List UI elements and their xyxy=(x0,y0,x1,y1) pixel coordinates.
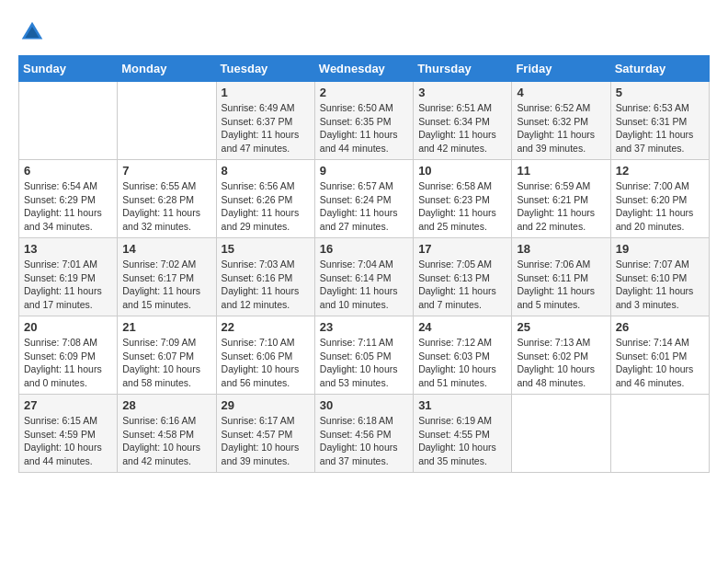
day-info: Sunrise: 7:14 AM Sunset: 6:01 PM Dayligh… xyxy=(616,336,704,390)
day-info: Sunrise: 6:59 AM Sunset: 6:21 PM Dayligh… xyxy=(517,179,605,234)
day-number: 9 xyxy=(320,164,408,178)
calendar-cell: 17Sunrise: 7:05 AM Sunset: 6:13 PM Dayli… xyxy=(414,238,512,316)
day-number: 26 xyxy=(616,320,704,334)
day-number: 6 xyxy=(24,164,112,178)
day-number: 11 xyxy=(517,164,605,178)
day-info: Sunrise: 6:17 AM Sunset: 4:57 PM Dayligh… xyxy=(222,414,310,468)
calendar-cell xyxy=(512,395,610,473)
col-monday: Monday xyxy=(118,56,216,82)
day-info: Sunrise: 6:50 AM Sunset: 6:35 PM Dayligh… xyxy=(320,101,408,155)
day-info: Sunrise: 6:53 AM Sunset: 6:31 PM Dayligh… xyxy=(616,101,704,155)
calendar-cell: 14Sunrise: 7:02 AM Sunset: 6:17 PM Dayli… xyxy=(118,238,216,316)
calendar-cell: 15Sunrise: 7:03 AM Sunset: 6:16 PM Dayli… xyxy=(216,238,314,316)
col-thursday: Thursday xyxy=(414,56,512,82)
day-number: 14 xyxy=(122,242,210,256)
day-number: 23 xyxy=(320,320,408,334)
day-info: Sunrise: 7:06 AM Sunset: 6:11 PM Dayligh… xyxy=(517,258,605,312)
calendar-cell: 7Sunrise: 6:55 AM Sunset: 6:28 PM Daylig… xyxy=(118,160,216,238)
day-info: Sunrise: 6:15 AM Sunset: 4:59 PM Dayligh… xyxy=(24,414,112,468)
day-info: Sunrise: 6:56 AM Sunset: 6:26 PM Dayligh… xyxy=(222,179,310,234)
calendar-cell: 27Sunrise: 6:15 AM Sunset: 4:59 PM Dayli… xyxy=(19,395,118,473)
calendar-cell: 9Sunrise: 6:57 AM Sunset: 6:24 PM Daylig… xyxy=(314,160,413,238)
day-info: Sunrise: 7:10 AM Sunset: 6:06 PM Dayligh… xyxy=(222,336,310,390)
calendar-week-4: 20Sunrise: 7:08 AM Sunset: 6:09 PM Dayli… xyxy=(19,316,710,395)
calendar-week-3: 13Sunrise: 7:01 AM Sunset: 6:19 PM Dayli… xyxy=(19,238,710,316)
calendar-cell xyxy=(19,82,118,160)
day-number: 15 xyxy=(222,242,310,256)
day-info: Sunrise: 6:58 AM Sunset: 6:23 PM Dayligh… xyxy=(418,179,506,234)
col-friday: Friday xyxy=(512,56,610,82)
col-tuesday: Tuesday xyxy=(216,56,314,82)
day-number: 17 xyxy=(418,242,506,256)
day-number: 27 xyxy=(24,398,112,412)
day-info: Sunrise: 6:52 AM Sunset: 6:32 PM Dayligh… xyxy=(517,101,605,155)
calendar-cell: 8Sunrise: 6:56 AM Sunset: 6:26 PM Daylig… xyxy=(216,160,314,238)
day-info: Sunrise: 6:57 AM Sunset: 6:24 PM Dayligh… xyxy=(320,179,408,234)
day-number: 13 xyxy=(24,242,112,256)
day-number: 20 xyxy=(24,320,112,334)
day-number: 16 xyxy=(320,242,408,256)
calendar-cell: 29Sunrise: 6:17 AM Sunset: 4:57 PM Dayli… xyxy=(216,395,314,473)
calendar-cell: 13Sunrise: 7:01 AM Sunset: 6:19 PM Dayli… xyxy=(19,238,118,316)
day-info: Sunrise: 6:51 AM Sunset: 6:34 PM Dayligh… xyxy=(418,101,506,155)
day-info: Sunrise: 7:01 AM Sunset: 6:19 PM Dayligh… xyxy=(24,258,112,312)
day-number: 2 xyxy=(320,86,408,99)
day-info: Sunrise: 6:18 AM Sunset: 4:56 PM Dayligh… xyxy=(320,414,408,468)
calendar-cell: 12Sunrise: 7:00 AM Sunset: 6:20 PM Dayli… xyxy=(610,160,709,238)
calendar-cell: 16Sunrise: 7:04 AM Sunset: 6:14 PM Dayli… xyxy=(314,238,413,316)
calendar-table: Sunday Monday Tuesday Wednesday Thursday… xyxy=(18,55,710,473)
day-number: 21 xyxy=(122,320,210,334)
day-info: Sunrise: 7:09 AM Sunset: 6:07 PM Dayligh… xyxy=(122,336,210,390)
day-number: 18 xyxy=(517,242,605,256)
day-info: Sunrise: 6:19 AM Sunset: 4:55 PM Dayligh… xyxy=(418,414,506,468)
day-info: Sunrise: 7:11 AM Sunset: 6:05 PM Dayligh… xyxy=(320,336,408,390)
calendar-cell: 2Sunrise: 6:50 AM Sunset: 6:35 PM Daylig… xyxy=(314,82,413,160)
day-info: Sunrise: 6:55 AM Sunset: 6:28 PM Dayligh… xyxy=(122,179,210,234)
col-wednesday: Wednesday xyxy=(314,56,413,82)
calendar-cell xyxy=(610,395,709,473)
day-info: Sunrise: 7:07 AM Sunset: 6:10 PM Dayligh… xyxy=(616,258,704,312)
calendar-cell: 25Sunrise: 7:13 AM Sunset: 6:02 PM Dayli… xyxy=(512,316,610,395)
calendar-cell: 22Sunrise: 7:10 AM Sunset: 6:06 PM Dayli… xyxy=(216,316,314,395)
day-number: 8 xyxy=(222,164,310,178)
day-info: Sunrise: 6:54 AM Sunset: 6:29 PM Dayligh… xyxy=(24,179,112,234)
day-number: 31 xyxy=(418,398,506,412)
col-saturday: Saturday xyxy=(610,56,709,82)
header-row: Sunday Monday Tuesday Wednesday Thursday… xyxy=(19,56,710,82)
calendar-cell: 3Sunrise: 6:51 AM Sunset: 6:34 PM Daylig… xyxy=(414,82,512,160)
day-number: 19 xyxy=(616,242,704,256)
day-info: Sunrise: 7:05 AM Sunset: 6:13 PM Dayligh… xyxy=(418,258,506,312)
calendar-cell: 23Sunrise: 7:11 AM Sunset: 6:05 PM Dayli… xyxy=(314,316,413,395)
day-number: 28 xyxy=(122,398,210,412)
day-number: 10 xyxy=(418,164,506,178)
calendar-cell: 6Sunrise: 6:54 AM Sunset: 6:29 PM Daylig… xyxy=(19,160,118,238)
day-info: Sunrise: 7:02 AM Sunset: 6:17 PM Dayligh… xyxy=(122,258,210,312)
logo xyxy=(18,18,50,46)
calendar-cell: 26Sunrise: 7:14 AM Sunset: 6:01 PM Dayli… xyxy=(610,316,709,395)
day-info: Sunrise: 7:03 AM Sunset: 6:16 PM Dayligh… xyxy=(222,258,310,312)
calendar-header: Sunday Monday Tuesday Wednesday Thursday… xyxy=(19,56,710,82)
day-info: Sunrise: 7:12 AM Sunset: 6:03 PM Dayligh… xyxy=(418,336,506,390)
calendar-cell: 4Sunrise: 6:52 AM Sunset: 6:32 PM Daylig… xyxy=(512,82,610,160)
day-number: 7 xyxy=(122,164,210,178)
calendar-cell: 30Sunrise: 6:18 AM Sunset: 4:56 PM Dayli… xyxy=(314,395,413,473)
calendar-body: 1Sunrise: 6:49 AM Sunset: 6:37 PM Daylig… xyxy=(19,82,710,473)
calendar-cell xyxy=(118,82,216,160)
calendar-cell: 11Sunrise: 6:59 AM Sunset: 6:21 PM Dayli… xyxy=(512,160,610,238)
calendar-cell: 19Sunrise: 7:07 AM Sunset: 6:10 PM Dayli… xyxy=(610,238,709,316)
day-number: 22 xyxy=(222,320,310,334)
day-number: 30 xyxy=(320,398,408,412)
day-number: 24 xyxy=(418,320,506,334)
day-number: 4 xyxy=(517,86,605,99)
calendar-week-1: 1Sunrise: 6:49 AM Sunset: 6:37 PM Daylig… xyxy=(19,82,710,160)
day-number: 12 xyxy=(616,164,704,178)
day-info: Sunrise: 6:16 AM Sunset: 4:58 PM Dayligh… xyxy=(122,414,210,468)
calendar-week-2: 6Sunrise: 6:54 AM Sunset: 6:29 PM Daylig… xyxy=(19,160,710,238)
calendar-cell: 20Sunrise: 7:08 AM Sunset: 6:09 PM Dayli… xyxy=(19,316,118,395)
calendar-cell: 24Sunrise: 7:12 AM Sunset: 6:03 PM Dayli… xyxy=(414,316,512,395)
day-info: Sunrise: 6:49 AM Sunset: 6:37 PM Dayligh… xyxy=(222,101,310,155)
day-info: Sunrise: 7:08 AM Sunset: 6:09 PM Dayligh… xyxy=(24,336,112,390)
day-info: Sunrise: 7:13 AM Sunset: 6:02 PM Dayligh… xyxy=(517,336,605,390)
calendar-cell: 21Sunrise: 7:09 AM Sunset: 6:07 PM Dayli… xyxy=(118,316,216,395)
calendar-cell: 10Sunrise: 6:58 AM Sunset: 6:23 PM Dayli… xyxy=(414,160,512,238)
